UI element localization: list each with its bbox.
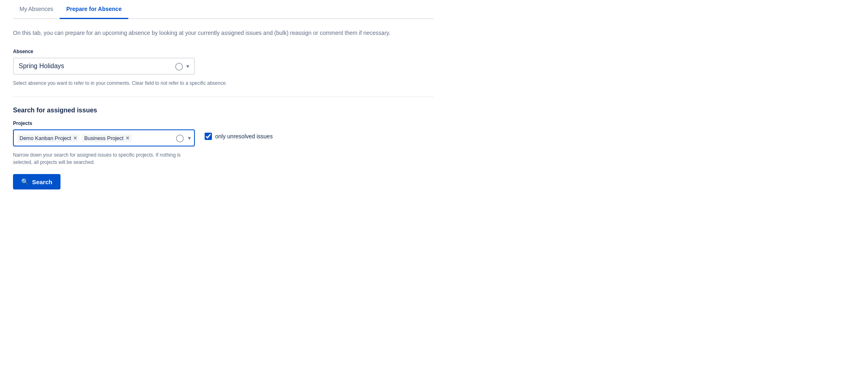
- search-button-label: Search: [32, 179, 52, 185]
- only-unresolved-label: only unresolved issues: [215, 133, 273, 140]
- tab-my-absences[interactable]: My Absences: [13, 0, 60, 19]
- clear-projects-icon[interactable]: ◯: [176, 133, 184, 142]
- tab-prepare-for-absence[interactable]: Prepare for Absence: [60, 0, 128, 19]
- remove-project-business[interactable]: ×: [126, 135, 129, 141]
- search-button[interactable]: 🔍 Search: [13, 174, 60, 189]
- narrow-hint: Narrow down your search for assigned iss…: [13, 151, 195, 166]
- chevron-down-icon: ▾: [186, 63, 189, 69]
- only-unresolved-checkbox[interactable]: [205, 133, 212, 140]
- page-description: On this tab, you can prepare for an upco…: [13, 29, 434, 37]
- remove-project-demo-kanban[interactable]: ×: [73, 135, 77, 141]
- projects-field: Demo Kanban Project × Business Project ×…: [13, 129, 434, 146]
- absence-dropdown[interactable]: Spring Holidays ◯ ▾: [13, 58, 195, 75]
- absence-value: Spring Holidays: [19, 62, 175, 70]
- projects-input[interactable]: Demo Kanban Project × Business Project ×…: [13, 129, 195, 146]
- projects-label: Projects: [13, 120, 434, 126]
- section-divider: [13, 97, 434, 97]
- project-tag-demo-kanban: Demo Kanban Project ×: [17, 134, 79, 142]
- project-tag-label: Demo Kanban Project: [19, 135, 71, 141]
- project-tag-business: Business Project ×: [82, 134, 132, 142]
- absence-hint: Select absence you want to refer to in y…: [13, 80, 434, 87]
- absence-label: Absence: [13, 49, 434, 54]
- projects-chevron-icon: ▾: [188, 135, 191, 141]
- projects-text-input[interactable]: [134, 135, 173, 141]
- only-unresolved-container[interactable]: only unresolved issues: [205, 129, 273, 140]
- search-section-title: Search for assigned issues: [13, 107, 434, 114]
- search-icon: 🔍: [21, 178, 29, 185]
- project-tag-label-business: Business Project: [84, 135, 123, 141]
- clear-absence-icon[interactable]: ◯: [175, 62, 183, 71]
- tabs-nav: My Absences Prepare for Absence: [13, 0, 434, 19]
